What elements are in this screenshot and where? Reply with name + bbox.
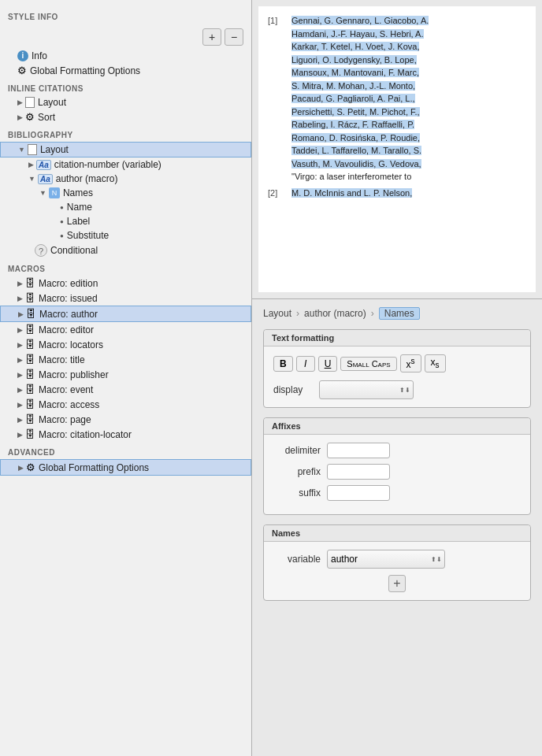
add-button[interactable]: + — [202, 28, 221, 46]
expand-icon: ▶ — [17, 113, 23, 121]
gear-icon: ⚙ — [26, 461, 35, 473]
sidebar-item-label: Macro: publisher — [39, 369, 109, 380]
expand-icon: ▶ — [17, 401, 23, 409]
names-section: Names variable author editor translator … — [263, 524, 531, 601]
expand-icon: ▶ — [18, 310, 24, 318]
sidebar-item-label: Sort — [38, 112, 55, 123]
sidebar-item-label: Macro: citation-locator — [39, 429, 132, 440]
breadcrumb-item-names[interactable]: Names — [379, 307, 420, 320]
bullet-icon: ● — [60, 218, 64, 225]
suffix-row: suffix — [273, 485, 521, 501]
suffix-label: suffix — [273, 487, 321, 498]
bullet-icon: ● — [60, 204, 64, 211]
sidebar-item-label: Macro: edition — [39, 278, 98, 289]
sidebar-item-info[interactable]: i Info — [0, 49, 251, 63]
ref-text-2: M. D. McInnis and L. P. Nelson, — [291, 187, 412, 200]
expand-icon: ▶ — [17, 356, 23, 364]
text-formatting-section: Text formatting B I U Small Caps xs xs d… — [263, 329, 531, 408]
variable-icon: Aa — [36, 160, 51, 170]
sidebar-item-label: citation-number (variable) — [54, 159, 161, 170]
underline-button[interactable]: U — [318, 356, 338, 372]
italic-button[interactable]: I — [296, 356, 315, 372]
db-icon: 🗄 — [25, 292, 35, 304]
expand-icon: ▶ — [17, 326, 23, 334]
expand-icon: ▶ — [17, 280, 23, 287]
format-buttons-row: B I U Small Caps xs xs — [273, 354, 521, 372]
highlighted-text-1: Gennai, G. Gennaro, L. Giacobo, A. Hamda… — [291, 16, 429, 169]
expand-icon: ▶ — [17, 386, 23, 394]
ref-num-1: [1] — [268, 14, 291, 183]
prefix-input[interactable] — [327, 464, 390, 480]
gear-icon: ⚙ — [17, 65, 27, 76]
sidebar-item-macro-publisher[interactable]: ▶ 🗄 Macro: publisher — [0, 367, 251, 382]
db-icon: 🗄 — [25, 398, 35, 410]
page-icon — [28, 144, 37, 155]
inline-citations-header: INLINE CITATIONS — [0, 78, 251, 95]
sidebar-item-substitute[interactable]: ● Substitute — [0, 228, 251, 243]
sidebar-item-label: Macro: title — [39, 354, 85, 365]
affixes-title: Affixes — [264, 418, 530, 435]
sidebar-item-global-formatting-adv[interactable]: ▶ ⚙ Global Formatting Options — [0, 459, 251, 476]
sidebar-item-macro-citation-locator[interactable]: ▶ 🗄 Macro: citation-locator — [0, 427, 251, 442]
superscript-button[interactable]: xs — [400, 354, 421, 372]
subscript-button[interactable]: xs — [425, 354, 446, 372]
sidebar-item-name[interactable]: ● Name — [0, 200, 251, 214]
question-icon: ? — [35, 244, 47, 257]
delimiter-label: delimiter — [273, 445, 321, 456]
sidebar-item-author-macro[interactable]: ▼ Aa author (macro) — [0, 172, 251, 186]
small-caps-button[interactable]: Small Caps — [340, 357, 396, 371]
sidebar-item-macro-edition[interactable]: ▶ 🗄 Macro: edition — [0, 276, 251, 291]
sidebar-item-names[interactable]: ▼ N Names — [0, 186, 251, 200]
suffix-input[interactable] — [327, 485, 390, 501]
variable-label: variable — [273, 554, 321, 565]
db-icon: 🗄 — [25, 354, 35, 365]
affixes-section: Affixes delimiter prefix suffix — [263, 417, 531, 515]
breadcrumb-sep-2: › — [371, 308, 374, 319]
sidebar-item-macro-author[interactable]: ▶ 🗄 Macro: author — [0, 306, 251, 322]
sidebar-item-layout-inline[interactable]: ▶ Layout — [0, 95, 251, 109]
remove-button[interactable]: − — [225, 28, 243, 46]
sidebar-item-macro-access[interactable]: ▶ 🗄 Macro: access — [0, 397, 251, 412]
sidebar-item-label: Macro: event — [39, 384, 93, 395]
sidebar-item-macro-event[interactable]: ▶ 🗄 Macro: event — [0, 382, 251, 397]
sidebar-item-citation-number[interactable]: ▶ Aa citation-number (variable) — [0, 158, 251, 172]
sidebar-item-label: Conditional — [50, 245, 98, 256]
sidebar-item-sort-inline[interactable]: ▶ ⚙ Sort — [0, 109, 251, 124]
sidebar-item-label: Macro: locators — [39, 339, 103, 350]
sidebar-item-macro-issued[interactable]: ▶ 🗄 Macro: issued — [0, 291, 251, 306]
advanced-header: ADVANCED — [0, 442, 251, 459]
variable-select[interactable]: author editor translator recipient inter… — [327, 550, 445, 569]
sidebar-item-label: Macro: issued — [39, 293, 98, 304]
sidebar-item-label-node[interactable]: ● Label — [0, 214, 251, 228]
sidebar-item-label: author (macro) — [56, 173, 118, 184]
preview-area: [1] Gennai, G. Gennaro, L. Giacobo, A. H… — [252, 0, 542, 299]
sidebar-item-layout-bib[interactable]: ▼ Layout — [0, 142, 251, 158]
breadcrumb: Layout › author (macro) › Names — [263, 307, 531, 320]
sidebar-item-macro-locators[interactable]: ▶ 🗄 Macro: locators — [0, 337, 251, 352]
add-variable-button[interactable]: + — [388, 575, 406, 592]
delimiter-input[interactable] — [327, 443, 390, 458]
details-area: Layout › author (macro) › Names Text for… — [252, 299, 542, 756]
display-select[interactable]: block left-margin right-inline indent — [319, 380, 414, 399]
sidebar-item-macro-page[interactable]: ▶ 🗄 Macro: page — [0, 412, 251, 427]
sidebar-item-label: Layout — [40, 144, 69, 155]
db-icon: 🗄 — [26, 308, 36, 320]
expand-icon: ▶ — [18, 464, 24, 472]
names-body: variable author editor translator recipi… — [264, 542, 530, 600]
breadcrumb-item-author[interactable]: author (macro) — [304, 308, 366, 319]
sidebar-item-label: Names — [63, 187, 93, 198]
sidebar-item-macro-title[interactable]: ▶ 🗄 Macro: title — [0, 352, 251, 367]
db-icon: 🗄 — [25, 384, 35, 395]
sidebar-item-conditional[interactable]: ? Conditional — [0, 243, 251, 258]
bold-button[interactable]: B — [273, 356, 293, 372]
expand-icon: ▼ — [28, 175, 35, 183]
breadcrumb-item-layout[interactable]: Layout — [263, 308, 291, 319]
sidebar-item-label: Label — [67, 216, 90, 227]
affixes-body: delimiter prefix suffix — [264, 435, 530, 514]
info-icon: i — [17, 50, 28, 61]
preview-ref-1: [1] Gennai, G. Gennaro, L. Giacobo, A. H… — [268, 14, 526, 183]
sidebar-item-macro-editor[interactable]: ▶ 🗄 Macro: editor — [0, 322, 251, 337]
sidebar-item-label: Global Formatting Options — [39, 462, 149, 473]
text-formatting-body: B I U Small Caps xs xs display block lef… — [264, 346, 530, 407]
sidebar-item-global-formatting[interactable]: ⚙ Global Formatting Options — [0, 63, 251, 78]
